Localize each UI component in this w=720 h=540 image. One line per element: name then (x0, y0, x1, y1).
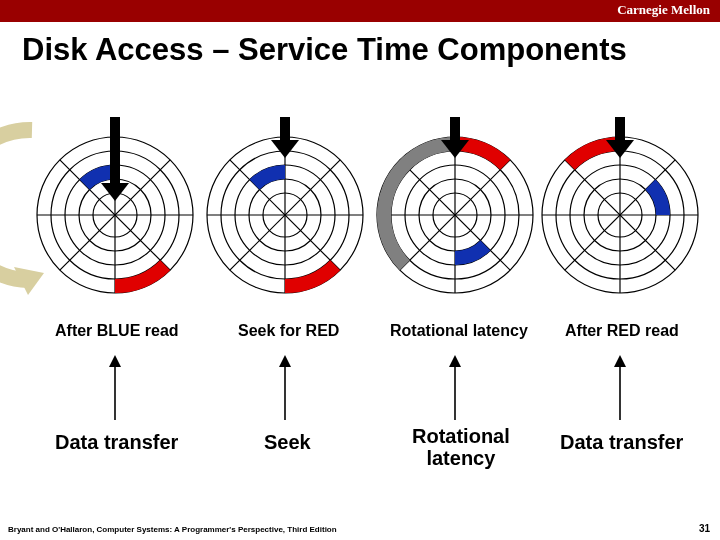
disk-diagram (0, 95, 720, 325)
bottom-4: Data transfer (560, 431, 683, 454)
disk-1-after-blue-read (37, 117, 193, 293)
up-arrow-3 (448, 355, 462, 420)
page-number: 31 (699, 523, 710, 534)
brand-label: Carnegie Mellon (617, 2, 710, 18)
up-arrow-4 (613, 355, 627, 420)
footer-citation: Bryant and O'Hallaron, Computer Systems:… (8, 525, 337, 534)
svg-marker-19 (109, 355, 121, 367)
label-1: After BLUE read (55, 322, 179, 340)
header-bar: Carnegie Mellon (0, 0, 720, 22)
disk-4-after-red-read (542, 117, 698, 293)
up-arrow-2 (278, 355, 292, 420)
svg-marker-23 (449, 355, 461, 367)
bottom-1: Data transfer (55, 431, 178, 454)
up-arrow-1 (108, 355, 122, 420)
label-3: Rotational latency (390, 322, 528, 340)
slide-title: Disk Access – Service Time Components (22, 32, 720, 68)
diagram-labels: After BLUE read Seek for RED Rotational … (0, 322, 720, 352)
svg-marker-21 (279, 355, 291, 367)
disk-3-rotational-latency (377, 117, 533, 293)
label-4: After RED read (565, 322, 679, 340)
bottom-3: Rotational latency (412, 425, 510, 469)
bottom-2: Seek (264, 431, 311, 454)
bottom-labels: Data transfer Seek Rotational latency Da… (0, 425, 720, 475)
label-2: Seek for RED (238, 322, 339, 340)
disk-2-seek-for-red (207, 117, 363, 293)
svg-marker-25 (614, 355, 626, 367)
